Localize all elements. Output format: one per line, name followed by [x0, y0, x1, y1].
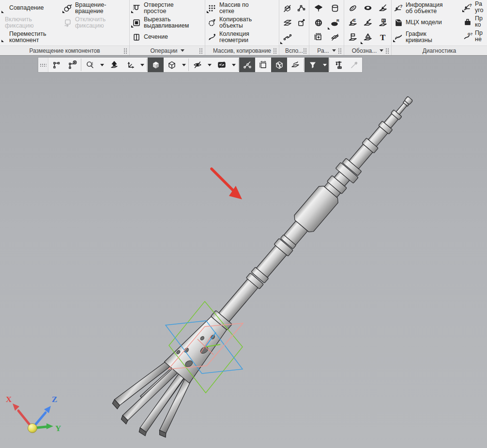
mass-properties-button[interactable]: МЦХ модели — [393, 15, 443, 30]
hide-in-components-dropdown-button[interactable] — [229, 58, 238, 72]
curvature-graph-button[interactable]: График кривизны — [393, 30, 433, 45]
control-points-icon — [297, 3, 306, 13]
drag-handle-icon[interactable] — [123, 47, 127, 54]
text-button[interactable]: T — [376, 30, 390, 44]
drag-handle-icon[interactable] — [199, 47, 203, 54]
leader-arrow-button[interactable] — [376, 1, 390, 15]
check-smoothness-button[interactable]: G? Пр не — [462, 29, 487, 44]
filter-objects-button[interactable] — [304, 58, 320, 72]
tolerance-triangle-button[interactable] — [361, 30, 375, 44]
hatched-cylinder-icon — [348, 3, 358, 13]
crossed-plane-button[interactable] — [328, 30, 342, 44]
orientation-button[interactable] — [106, 58, 122, 72]
zoom-button[interactable] — [82, 58, 98, 72]
sketch-display-button[interactable] — [287, 58, 303, 72]
chevron-down-icon[interactable] — [181, 49, 184, 52]
drag-handle-icon[interactable] — [303, 47, 307, 54]
orientation-triad: X Z Y — [6, 395, 61, 433]
viewport-3d[interactable]: X Z Y — [0, 56, 487, 448]
check-smoothness-label: Пр не — [475, 30, 483, 43]
copy-objects-button[interactable]: Копировать объекты — [206, 15, 253, 30]
orientation-arrow-icon — [109, 60, 119, 70]
sketch-on-face-button[interactable] — [64, 58, 80, 72]
control-points-button[interactable] — [295, 1, 308, 15]
filter-dropdown-button[interactable] — [320, 58, 329, 72]
mass-properties-icon — [394, 18, 403, 28]
spline-button[interactable] — [281, 30, 294, 44]
distance-angle-button[interactable]: ? Ра уго — [462, 0, 487, 15]
plane-face-button[interactable] — [312, 1, 325, 15]
wireframe-display-button[interactable] — [164, 58, 180, 72]
clipped-cube-icon — [274, 60, 284, 70]
group-footer-array-copy[interactable]: Массив, копирование — [205, 45, 279, 55]
cut-extrude-button[interactable]: Вырезать выдавливанием — [131, 15, 190, 30]
sphere-face-button[interactable] — [312, 16, 325, 30]
flag-button[interactable] — [346, 30, 360, 44]
move-component-button[interactable]: Переместить компонент — [1, 30, 62, 45]
grid-measure-button[interactable] — [312, 30, 325, 44]
copy-objects-label: Копировать объекты — [219, 16, 252, 30]
chevron-down-icon[interactable] — [380, 49, 383, 52]
object-info-label: Информация об объекте — [406, 2, 443, 15]
object-info-button[interactable]: ? Информация об объекте — [393, 1, 444, 15]
group-footer-auxiliary[interactable]: Вспо... — [279, 45, 309, 55]
torus-button[interactable] — [361, 1, 375, 15]
drag-handle-icon[interactable] — [273, 47, 277, 54]
toolbar-drag-handle[interactable] — [38, 58, 48, 72]
hatched-cylinder-button[interactable] — [346, 1, 360, 15]
drag-handle-icon[interactable] — [385, 47, 389, 54]
zoom-dropdown-button[interactable] — [98, 58, 106, 72]
section-button[interactable]: Сечение — [131, 30, 169, 45]
clip-model-button[interactable] — [271, 58, 287, 72]
viewport-canvas: X Z Y — [0, 56, 487, 448]
group-footer-dimensions[interactable]: Ра... — [309, 45, 344, 55]
group-title-placement: Размещение компонентов — [29, 47, 100, 54]
control-vertices-button[interactable] — [239, 58, 255, 72]
marker-a-button[interactable]: A — [376, 16, 390, 30]
hide-in-components-button[interactable] — [213, 58, 229, 72]
check-collisions-button[interactable]: Пр ко — [462, 15, 487, 29]
sketch-button[interactable] — [48, 58, 64, 72]
app-window: { "ribbon": { "groups": [ { "title": "Ра… — [0, 0, 487, 448]
geometry-collection-button[interactable]: Коллекция геометрии — [206, 30, 250, 45]
dimensions-in-3d-button[interactable] — [255, 58, 271, 72]
cylinder-face-icon — [330, 3, 340, 13]
orientation-triad-button[interactable] — [122, 58, 138, 72]
annotation-arrow — [212, 169, 242, 199]
shaded-display-button[interactable] — [148, 58, 164, 72]
section-icon — [132, 32, 141, 42]
display-mode-dropdown-button[interactable] — [180, 58, 188, 72]
simple-hole-button[interactable]: Отверстие простое — [131, 1, 175, 15]
crane-constraints-button[interactable] — [330, 58, 346, 72]
wireframe-cube-icon — [167, 60, 177, 70]
group-footer-placement[interactable]: Размещение компонентов — [0, 45, 129, 55]
eye-off-icon — [193, 60, 202, 70]
group-footer-diagnostics[interactable]: Диагностика — [392, 45, 487, 55]
cylinder-face-button[interactable] — [328, 1, 342, 15]
torus-icon — [363, 3, 373, 13]
group-footer-designations[interactable]: Обозна... — [344, 45, 391, 55]
simple-hole-label: Отверстие простое — [144, 2, 174, 15]
orientation-dropdown-button[interactable] — [138, 58, 146, 72]
datum-e-button[interactable]: E — [346, 16, 360, 30]
local-cs-button[interactable] — [295, 16, 308, 30]
curvature-graph-label: График кривизны — [406, 31, 432, 44]
toolbar-separator — [238, 59, 239, 71]
svg-text:G?: G? — [468, 32, 472, 36]
radius-face-button[interactable]: R — [328, 16, 342, 30]
hide-objects-button[interactable] — [189, 58, 205, 72]
geometry-collection-icon — [207, 32, 217, 42]
drag-handle-icon[interactable] — [338, 47, 342, 54]
check-mark-button[interactable] — [361, 16, 375, 30]
group-footer-operations[interactable]: Операции — [130, 45, 205, 55]
grid-array-button[interactable]: Массив по сетке — [206, 1, 250, 15]
coincidence-button[interactable]: Совпадение — [1, 1, 62, 15]
hide-objects-dropdown-button[interactable] — [205, 58, 213, 72]
datum-plane-button[interactable] — [281, 16, 294, 30]
svg-text:R: R — [336, 18, 339, 23]
datum-axis-button[interactable] — [281, 1, 294, 15]
ribbon-group-designations: E A — [344, 0, 392, 55]
geometry-collection-label: Коллекция геометрии — [219, 31, 249, 44]
chevron-down-icon[interactable] — [332, 49, 336, 52]
rotation-rotation-button[interactable]: Вращение- вращение — [62, 1, 129, 15]
